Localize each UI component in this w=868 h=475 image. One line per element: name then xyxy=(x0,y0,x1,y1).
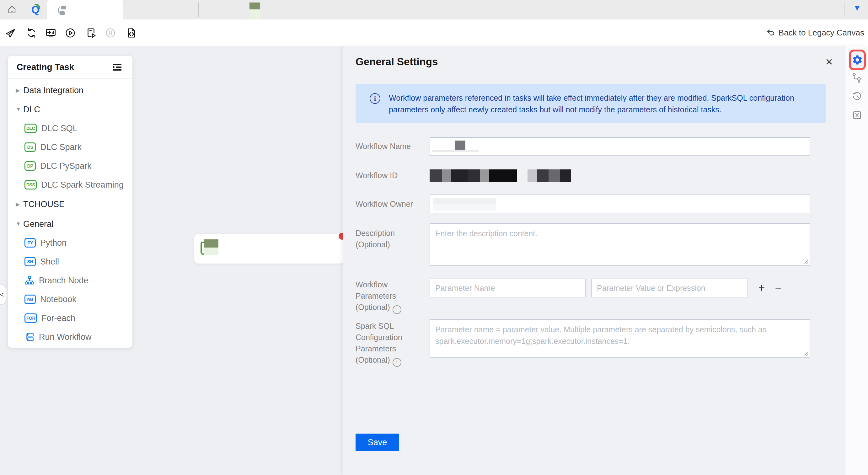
browser-dropdown-icon[interactable]: ▼ xyxy=(853,3,861,13)
for-each-badge-icon: FOR xyxy=(25,313,37,323)
page-title: General Settings xyxy=(355,56,438,68)
workflow-owner-input[interactable] xyxy=(430,194,810,213)
tree-group-dlc[interactable]: ▼ DLC xyxy=(8,100,132,119)
run-button[interactable] xyxy=(63,26,78,40)
info-icon: i xyxy=(370,93,380,104)
tree-item-dlc-pyspark[interactable]: DP DLC PySpark xyxy=(8,157,149,176)
tree-item-dlc-spark-streaming[interactable]: DSS DLC Spark Streaming xyxy=(8,176,149,194)
paper-plane-icon xyxy=(5,27,16,39)
branch-node-icon xyxy=(25,276,34,285)
screen-import-icon xyxy=(45,27,57,39)
parameter-name-input[interactable] xyxy=(430,279,586,297)
file-code-icon xyxy=(126,27,137,39)
redacted-value xyxy=(432,150,478,152)
redacted-workflow-id xyxy=(528,169,571,182)
q-logo-icon: Q xyxy=(31,4,39,15)
run-file-button[interactable] xyxy=(84,26,98,40)
redacted-value xyxy=(433,198,496,211)
tree-item-run-workflow[interactable]: Run Workflow xyxy=(8,327,149,346)
version-box-icon xyxy=(852,110,862,121)
node-icon xyxy=(200,240,221,256)
info-banner-text: Workflow parameters referenced in tasks … xyxy=(389,92,826,116)
tab-active-workflow[interactable] xyxy=(47,0,123,20)
workflow-toolbar: Back to Legacy Canvas xyxy=(0,20,868,46)
caret-right-icon[interactable]: ▶ xyxy=(16,201,23,208)
sh-badge-icon: SH xyxy=(25,257,36,266)
history-clock-icon xyxy=(852,91,862,101)
panel-tab-strip xyxy=(845,46,868,475)
view-code-button[interactable] xyxy=(124,26,139,40)
run-workflow-icon xyxy=(25,332,34,342)
tree-item-dlc-spark[interactable]: DS DLC Spark xyxy=(8,138,149,157)
home-icon xyxy=(7,4,17,14)
tree-item-for-each[interactable]: FOR For-each xyxy=(8,309,149,327)
submit-button[interactable] xyxy=(3,26,18,40)
node-label-redaction xyxy=(204,248,218,255)
caret-right-icon[interactable]: ▶ xyxy=(16,87,23,94)
tree-item-python[interactable]: PY Python xyxy=(8,233,149,252)
tab-q-logo[interactable]: Q xyxy=(24,0,47,19)
tree-group-tchouse[interactable]: ▶ TCHOUSE xyxy=(8,195,132,214)
workflow-app-icon xyxy=(57,4,68,16)
resize-grip-icon[interactable] xyxy=(804,259,809,264)
tree-item-shell[interactable]: SH Shell xyxy=(8,252,149,271)
workflow-name-input[interactable] xyxy=(430,137,810,156)
workflow-name-label: Workflow Name xyxy=(355,140,411,152)
version-tab-button[interactable] xyxy=(849,107,865,123)
workflow-parameters-label: Workflow Parameters (Optional)i xyxy=(355,279,401,314)
file-play-icon xyxy=(85,27,97,39)
app-window: Q ▼ xyxy=(0,0,868,475)
creating-task-header: Creating Task xyxy=(8,56,132,78)
caret-down-icon[interactable]: ▼ xyxy=(16,106,23,113)
description-label: Description (Optional) xyxy=(355,227,395,250)
creating-task-panel: Creating Task ▶ Data Integration ▼ DLC D… xyxy=(8,56,132,348)
tab-title-redaction xyxy=(249,2,260,19)
add-parameter-button[interactable]: + xyxy=(755,281,769,295)
tree-group-general[interactable]: ▼ General xyxy=(8,215,132,233)
redacted-workflow-id xyxy=(430,169,517,182)
parameter-value-input[interactable] xyxy=(591,279,747,297)
nb-badge-icon: NB xyxy=(25,294,36,304)
pause-circle-icon xyxy=(105,27,116,39)
ds-badge-icon: DS xyxy=(25,142,36,152)
pause-button xyxy=(103,26,118,40)
description-textarea[interactable] xyxy=(430,223,810,266)
panel-collapse-handle[interactable]: < xyxy=(0,285,6,305)
save-button[interactable]: Save xyxy=(355,434,399,451)
collapse-list-icon[interactable] xyxy=(111,63,124,71)
general-settings-panel: General Settings ✕ i Workflow parameters… xyxy=(343,46,868,475)
info-banner: i Workflow parameters referenced in task… xyxy=(355,84,826,123)
tab-home[interactable] xyxy=(0,0,24,19)
undo-icon xyxy=(766,28,775,38)
workflow-node[interactable] xyxy=(194,234,345,264)
tab-redacted[interactable] xyxy=(123,0,198,19)
chevron-left-icon: < xyxy=(0,290,4,299)
deploy-button[interactable] xyxy=(43,26,58,40)
refresh-button[interactable] xyxy=(24,26,39,40)
gear-icon xyxy=(852,54,863,66)
tree-item-notebook[interactable]: NB Notebook xyxy=(8,290,149,309)
info-icon: i xyxy=(393,305,401,314)
info-icon: i xyxy=(393,358,401,367)
dss-badge-icon: DSS xyxy=(25,180,37,190)
back-to-legacy-canvas-link[interactable]: Back to Legacy Canvas xyxy=(766,20,864,46)
flow-icon xyxy=(852,72,862,83)
dlc-badge-icon: DLC xyxy=(25,124,37,133)
scheduling-tab-button[interactable] xyxy=(849,69,865,86)
tree-item-dlc-sql[interactable]: DLC DLC SQL xyxy=(8,119,149,138)
tree-item-branch-node[interactable]: Branch Node xyxy=(8,271,149,290)
tab-separator xyxy=(198,2,199,17)
settings-tab-button[interactable] xyxy=(851,52,864,68)
back-link-label: Back to Legacy Canvas xyxy=(779,28,864,38)
tree-group-data-integration[interactable]: ▶ Data Integration xyxy=(8,81,132,100)
play-circle-icon xyxy=(65,27,76,39)
remove-parameter-button[interactable]: − xyxy=(771,281,785,295)
caret-down-icon[interactable]: ▼ xyxy=(16,221,23,227)
dp-badge-icon: DP xyxy=(25,161,36,171)
spark-sql-parameters-textarea[interactable] xyxy=(430,319,810,358)
creating-task-title: Creating Task xyxy=(17,62,74,72)
close-icon[interactable]: ✕ xyxy=(822,55,836,69)
workflow-id-label: Workflow ID xyxy=(355,170,398,181)
history-tab-button[interactable] xyxy=(849,88,865,104)
resize-grip-icon[interactable] xyxy=(804,351,809,356)
